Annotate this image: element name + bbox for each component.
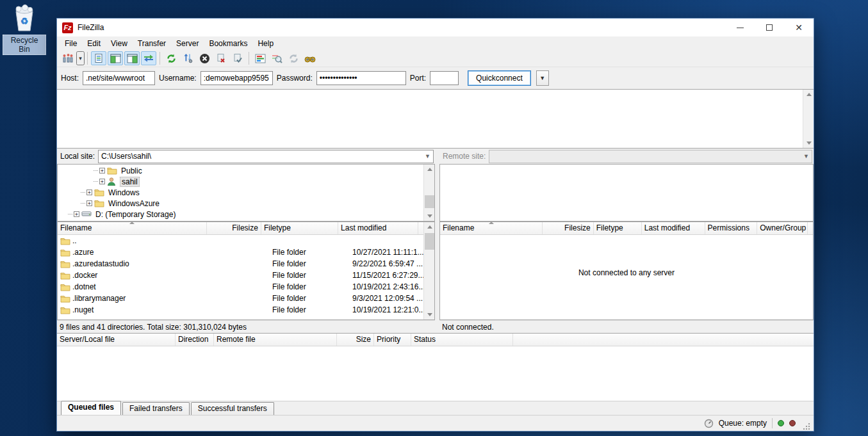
site-manager-dropdown-button[interactable]: ▾ — [76, 51, 85, 65]
tree-item-sahil[interactable]: +sahil — [58, 176, 423, 187]
message-log-content — [57, 90, 803, 148]
file-row--librarymanager[interactable]: .librarymanagerFile folder9/3/2021 12:09… — [58, 293, 423, 304]
synchronized-browsing-button[interactable] — [286, 51, 301, 65]
file-row--dotnet[interactable]: .dotnetFile folder10/19/2021 2:43:16... — [58, 281, 423, 293]
scroll-up-icon[interactable] — [803, 90, 814, 99]
queue-col-priority[interactable]: Priority — [374, 334, 411, 346]
local-site-combo[interactable]: C:\Users\sahil\ ▼ — [98, 150, 434, 163]
tree-connector — [94, 170, 98, 171]
local-col-filesize[interactable]: Filesize — [207, 222, 261, 234]
message-log-scrollbar[interactable] — [803, 90, 814, 148]
cancel-button[interactable] — [197, 51, 212, 65]
expand-icon[interactable]: + — [99, 179, 105, 184]
status-bar: Queue: empty — [57, 415, 814, 431]
sort-ascending-icon — [129, 222, 135, 224]
password-input[interactable] — [316, 71, 406, 85]
folder-icon — [94, 188, 104, 197]
tab-failed-transfers[interactable]: Failed transfers — [122, 402, 190, 415]
remote-col-filesize[interactable]: Filesize — [543, 222, 594, 234]
username-input[interactable] — [201, 71, 273, 85]
folder-icon — [60, 237, 70, 245]
transfer-queue: Server/Local fileDirectionRemote fileSiz… — [57, 333, 814, 401]
expand-icon[interactable]: + — [99, 168, 105, 174]
remote-col-owner-group[interactable]: Owner/Group — [757, 222, 808, 234]
queue-col-remote-file[interactable]: Remote file — [214, 334, 337, 346]
minimize-button[interactable] — [725, 19, 755, 36]
directory-comparison-button[interactable] — [269, 51, 284, 65]
scrollbar-thumb[interactable] — [425, 233, 434, 250]
title-bar[interactable]: Fz FileZilla ✕ — [57, 19, 814, 36]
process-queue-button[interactable] — [180, 51, 195, 65]
process-queue-icon — [183, 53, 193, 63]
disconnect-button[interactable] — [213, 51, 229, 65]
host-input[interactable] — [83, 71, 155, 85]
directory-listing-filters-button[interactable] — [252, 51, 268, 65]
tab-queued-files[interactable]: Queued files — [61, 401, 121, 415]
menu-edit[interactable]: Edit — [82, 38, 106, 49]
file-row--azure[interactable]: .azureFile folder10/27/2021 11:11:1... — [58, 246, 423, 258]
file-row--docker[interactable]: .dockerFile folder11/15/2021 6:27:29... — [58, 270, 423, 281]
toggle-remote-tree-icon — [127, 54, 138, 63]
port-input[interactable] — [430, 71, 459, 85]
file-row--nuget[interactable]: .nugetFile folder10/19/2021 12:21:0... — [58, 304, 423, 316]
reconnect-button[interactable] — [230, 51, 245, 65]
expand-icon[interactable]: + — [74, 211, 79, 217]
expand-icon[interactable]: + — [86, 200, 92, 206]
site-manager-button[interactable] — [60, 51, 76, 65]
scroll-down-icon[interactable] — [803, 138, 814, 148]
remote-col-last-modified[interactable]: Last modified — [642, 222, 705, 234]
file-row-parent[interactable]: .. — [58, 235, 423, 246]
queue-col-direction[interactable]: Direction — [176, 334, 214, 346]
file-name: .nuget — [72, 305, 94, 314]
local-col-filename[interactable]: Filename — [58, 222, 207, 234]
scroll-up-icon[interactable] — [424, 165, 435, 174]
close-button[interactable]: ✕ — [784, 19, 814, 36]
local-col-last-modified[interactable]: Last modified — [338, 222, 418, 234]
scroll-down-icon[interactable] — [424, 310, 435, 319]
quickconnect-button[interactable]: Quickconnect — [468, 70, 531, 86]
tab-successful-transfers[interactable]: Successful transfers — [191, 402, 274, 415]
file-row--azuredatastudio[interactable]: .azuredatastudioFile folder9/22/2021 6:5… — [58, 258, 423, 270]
local-tree-scrollbar[interactable] — [423, 165, 434, 221]
recycle-bin-desktop-icon[interactable]: ♻ Recycle Bin — [3, 4, 46, 55]
menu-view[interactable]: View — [106, 38, 133, 49]
local-list-scrollbar[interactable] — [423, 222, 434, 319]
tree-item-windowsazure[interactable]: +WindowsAzure — [58, 198, 423, 209]
toggle-remote-tree-button[interactable] — [124, 51, 140, 65]
tree-item-public[interactable]: +Public — [58, 165, 423, 176]
remote-col-filename[interactable]: Filename — [440, 222, 543, 234]
find-files-icon — [304, 54, 316, 63]
file-name-cell: .docker — [58, 271, 213, 280]
toggle-message-log-button[interactable] — [91, 51, 106, 65]
expand-icon[interactable]: + — [86, 190, 92, 195]
menu-file[interactable]: File — [60, 38, 82, 49]
toggle-transfer-queue-button[interactable] — [141, 51, 156, 65]
queue-col-size[interactable]: Size — [337, 334, 374, 346]
toggle-local-tree-button[interactable] — [108, 51, 123, 65]
resize-grip[interactable] — [802, 422, 811, 431]
tree-connector — [94, 181, 98, 182]
tree-item-d-temporary-storage-[interactable]: +D: (Temporary Storage) — [58, 209, 423, 220]
queue-col-server-local-file[interactable]: Server/Local file — [57, 334, 176, 346]
menu-bookmarks[interactable]: Bookmarks — [204, 38, 252, 49]
menu-transfer[interactable]: Transfer — [133, 38, 171, 49]
find-files-button[interactable] — [302, 51, 318, 65]
quickconnect-dropdown-button[interactable]: ▼ — [536, 70, 549, 86]
menu-help[interactable]: Help — [252, 38, 279, 49]
remote-col-permissions[interactable]: Permissions — [705, 222, 758, 234]
remote-col-filetype[interactable]: Filetype — [594, 222, 642, 234]
maximize-button[interactable] — [755, 19, 784, 36]
folder-icon — [60, 271, 70, 279]
scroll-down-icon[interactable] — [424, 211, 435, 221]
scrollbar-thumb[interactable] — [425, 195, 434, 208]
tree-item-windows[interactable]: +Windows — [58, 187, 423, 198]
local-col-filetype[interactable]: Filetype — [261, 222, 338, 234]
pane-splitter[interactable] — [435, 149, 439, 333]
scroll-up-icon[interactable] — [424, 222, 435, 232]
refresh-button[interactable] — [163, 51, 179, 65]
tree-item-label: WindowsAzure — [107, 199, 161, 208]
menu-server[interactable]: Server — [171, 38, 204, 49]
file-modified-cell: 11/15/2021 6:27:29... — [350, 271, 423, 280]
tree-connector — [81, 192, 85, 193]
queue-col-status[interactable]: Status — [411, 334, 513, 346]
